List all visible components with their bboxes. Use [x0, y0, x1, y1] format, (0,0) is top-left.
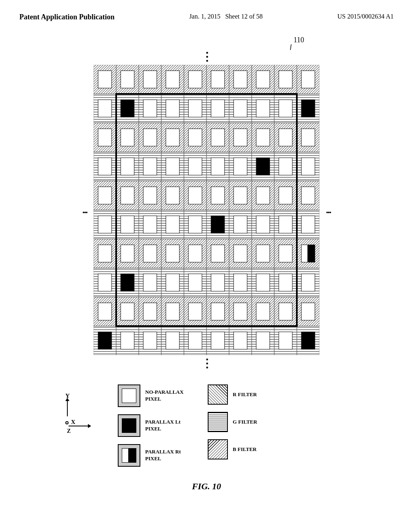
parallax-rt-icon — [118, 444, 140, 467]
svg-rect-131 — [166, 245, 179, 262]
g-filter-icon — [208, 412, 228, 432]
svg-rect-188 — [121, 332, 134, 349]
svg-rect-15 — [211, 71, 225, 88]
y-axis-arrow — [67, 400, 68, 416]
svg-rect-61 — [279, 129, 292, 146]
publication-number: US 2015/0002634 A1 — [337, 13, 394, 20]
no-parallax-inner — [122, 389, 136, 403]
g-filter-label: G FILTER — [233, 419, 257, 426]
svg-rect-83 — [301, 158, 315, 175]
svg-rect-101 — [279, 187, 292, 204]
sheet-info: Sheet 12 of 58 — [225, 13, 263, 20]
legend-section: Y X Z — [65, 384, 348, 467]
svg-rect-57 — [234, 129, 247, 146]
svg-rect-178 — [234, 303, 247, 320]
svg-rect-91 — [166, 187, 179, 204]
svg-rect-194 — [188, 332, 202, 349]
svg-rect-99 — [256, 187, 270, 204]
svg-rect-144 — [307, 245, 315, 262]
svg-rect-121 — [279, 216, 292, 233]
svg-rect-93 — [188, 187, 202, 204]
svg-rect-105 — [98, 216, 112, 233]
svg-rect-49 — [143, 129, 157, 146]
diagram-label-110: 110 — [294, 36, 304, 44]
no-parallax-icon — [118, 384, 140, 407]
svg-rect-152 — [166, 274, 179, 291]
svg-line-0 — [290, 44, 291, 50]
parallax-rt-label: PARALLAX RtPIXEL — [145, 449, 181, 462]
axis-diagram: Y X Z — [65, 393, 102, 434]
svg-rect-53 — [188, 129, 202, 146]
svg-rect-127 — [121, 245, 134, 262]
r-filter-icon — [208, 384, 228, 405]
svg-rect-37 — [234, 100, 247, 117]
svg-rect-81 — [279, 158, 292, 175]
svg-rect-73 — [188, 158, 202, 175]
svg-rect-139 — [256, 245, 270, 262]
x-axis-label: X — [71, 419, 75, 426]
legend-item-b-filter: B FILTER — [208, 439, 257, 459]
svg-rect-107 — [121, 216, 134, 233]
svg-rect-123 — [301, 216, 315, 233]
svg-rect-117 — [234, 216, 247, 233]
svg-rect-9 — [143, 71, 157, 88]
svg-rect-39 — [256, 100, 270, 117]
svg-rect-135 — [211, 245, 225, 262]
svg-rect-77 — [234, 158, 247, 175]
svg-rect-109 — [143, 216, 157, 233]
b-filter-icon — [208, 439, 228, 459]
svg-rect-111 — [166, 216, 179, 233]
legend-item-r-filter: R FILTER — [208, 384, 257, 405]
vdots-bottom: ⋮ — [201, 357, 212, 370]
svg-rect-158 — [234, 274, 247, 291]
svg-rect-17 — [234, 71, 247, 88]
parallax-lt-inner — [122, 418, 136, 433]
svg-rect-7 — [121, 71, 134, 88]
z-axis-label: Z — [67, 428, 71, 434]
svg-rect-164 — [301, 274, 315, 291]
axis-origin — [65, 421, 69, 424]
svg-rect-174 — [188, 303, 202, 320]
svg-rect-67 — [121, 158, 134, 175]
grid-row: ... — [82, 65, 331, 355]
svg-rect-45 — [98, 129, 112, 146]
svg-rect-168 — [121, 303, 134, 320]
legend-item-parallax-rt: PARALLAX RtPIXEL — [118, 444, 184, 467]
svg-rect-79 — [256, 158, 270, 175]
svg-rect-182 — [279, 303, 292, 320]
publication-date: Jan. 1, 2015 — [189, 13, 220, 20]
hdots-left: ... — [82, 205, 87, 216]
svg-rect-103 — [301, 187, 315, 204]
x-axis-arrow — [69, 426, 89, 426]
svg-rect-162 — [279, 274, 292, 291]
svg-rect-63 — [301, 129, 315, 146]
page-header: Patent Application Publication Jan. 1, 2… — [0, 0, 413, 28]
legend-pixel-types: NO-PARALLAXPIXEL PARALLAX LtPIXEL PARALL… — [118, 384, 184, 467]
svg-rect-154 — [188, 274, 202, 291]
svg-rect-156 — [211, 274, 225, 291]
legend-item-no-parallax: NO-PARALLAXPIXEL — [118, 384, 184, 407]
svg-rect-43 — [301, 100, 315, 117]
svg-rect-97 — [234, 187, 247, 204]
main-content: 110 ⋮ ... — [0, 28, 413, 500]
svg-rect-180 — [256, 303, 270, 320]
parallax-lt-icon — [118, 414, 140, 437]
header-center: Jan. 1, 2015 Sheet 12 of 58 — [189, 13, 263, 20]
no-parallax-label: NO-PARALLAXPIXEL — [145, 389, 184, 403]
svg-rect-146 — [98, 274, 112, 291]
svg-rect-75 — [211, 158, 225, 175]
svg-rect-23 — [301, 71, 315, 88]
svg-rect-87 — [121, 187, 134, 204]
hdots-right: ... — [326, 205, 331, 216]
svg-rect-172 — [166, 303, 179, 320]
svg-rect-176 — [211, 303, 225, 320]
svg-rect-59 — [256, 129, 270, 146]
svg-rect-198 — [234, 332, 247, 349]
svg-rect-51 — [166, 129, 179, 146]
svg-rect-5 — [98, 71, 112, 88]
svg-rect-69 — [143, 158, 157, 175]
svg-rect-13 — [188, 71, 202, 88]
svg-rect-35 — [211, 100, 225, 117]
svg-rect-19 — [256, 71, 270, 88]
r-filter-label: R FILTER — [233, 391, 257, 398]
